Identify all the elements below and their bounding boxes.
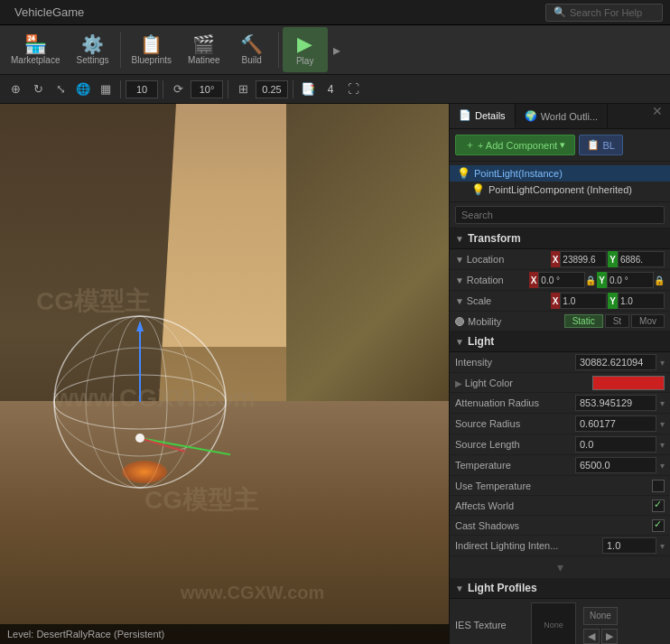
location-y-input[interactable] xyxy=(618,251,665,267)
light-profiles-section-header[interactable]: ▼ Light Profiles xyxy=(450,578,670,599)
color-expand-icon[interactable]: ▶ xyxy=(455,378,465,388)
settings-button[interactable]: ⚙️ Settings xyxy=(69,27,116,72)
light-section-header[interactable]: ▼ Light xyxy=(450,331,670,352)
viewport[interactable]: CG模型主 www.CGXW.com CG模型主 www.CGXW.com xyxy=(0,104,449,644)
temperature-input[interactable] xyxy=(575,457,656,473)
rotation-y-input[interactable] xyxy=(607,272,654,288)
scale-input[interactable] xyxy=(256,80,288,98)
world-outliner-tab[interactable]: 🌍 World Outli... xyxy=(516,104,608,128)
light-arrow: ▼ xyxy=(455,337,464,347)
location-values: X Y xyxy=(551,251,665,267)
rotation-dropdown[interactable]: ▼ xyxy=(455,275,467,285)
sy-label: Y xyxy=(608,293,618,309)
scale-label: ▼ Scale xyxy=(455,295,551,306)
indirect-input[interactable] xyxy=(602,537,656,554)
search-for-help-box[interactable]: 🔍 Search For Help xyxy=(545,4,663,22)
grid-size-input[interactable] xyxy=(126,80,158,98)
stationary-option[interactable]: St xyxy=(605,314,629,328)
angle-icon[interactable]: ⟳ xyxy=(168,79,188,99)
intensity-expand[interactable]: ▾ xyxy=(660,358,665,368)
cast-shadows-checkbox[interactable] xyxy=(652,519,665,532)
details-search xyxy=(450,202,670,229)
scale-x-input[interactable] xyxy=(560,293,607,309)
more-button[interactable]: ▸ xyxy=(330,42,344,59)
build-label: Build xyxy=(242,55,262,65)
details-tab[interactable]: 📄 Details xyxy=(450,104,516,128)
point-light-component-item[interactable]: 💡 PointLight(Instance) xyxy=(450,165,670,182)
source-length-expand[interactable]: ▾ xyxy=(660,440,665,450)
source-length-input[interactable] xyxy=(575,436,656,453)
component-tree: 💡 PointLight(Instance) 💡 PointLightCompo… xyxy=(450,162,670,202)
panel-close-button[interactable]: ✕ xyxy=(645,104,670,128)
scale-values: X Y xyxy=(551,293,665,309)
layers-icon[interactable]: 📑 xyxy=(298,79,318,99)
movable-option[interactable]: Mov xyxy=(631,314,665,328)
location-x-input[interactable] xyxy=(560,251,607,267)
search-input[interactable] xyxy=(455,206,665,224)
matinee-button[interactable]: 🎬 Matinee xyxy=(181,27,228,72)
attenuation-input[interactable] xyxy=(575,395,656,411)
attenuation-expand[interactable]: ▾ xyxy=(660,398,665,408)
light-color-text: Light Color xyxy=(465,378,513,388)
rotation-text: Rotation xyxy=(467,275,504,285)
expand-icon[interactable]: ⛶ xyxy=(343,79,363,99)
source-radius-label: Source Radius xyxy=(455,418,575,429)
indirect-expand[interactable]: ▾ xyxy=(660,541,665,551)
source-radius-input[interactable] xyxy=(575,415,656,432)
transform-section-header[interactable]: ▼ Transform xyxy=(450,229,670,249)
temperature-label: Temperature xyxy=(455,460,575,471)
rot-y-lock[interactable]: 🔒 xyxy=(654,275,665,285)
scale-grid-icon[interactable]: ⊞ xyxy=(233,79,253,99)
svg-marker-6 xyxy=(136,321,144,331)
ies-texture-row: IES Texture None None ◀ ▶ xyxy=(450,599,670,644)
ies-none-button[interactable]: None xyxy=(583,607,618,625)
rotation-y-field: Y 🔒 xyxy=(597,272,665,288)
rotate-icon[interactable]: ↻ xyxy=(28,79,48,99)
temperature-expand[interactable]: ▾ xyxy=(660,461,665,471)
blueprint-button[interactable]: 📋 BL xyxy=(579,135,622,155)
ies-nav: ◀ ▶ xyxy=(583,629,618,644)
level-name-label: Level: DesertRallyRace (Persistent) xyxy=(7,629,164,639)
marketplace-label: Marketplace xyxy=(11,55,60,65)
scale-icon[interactable]: ⤡ xyxy=(51,79,70,99)
affects-world-label: Affects World xyxy=(455,500,652,511)
marketplace-button[interactable]: 🏪 Marketplace xyxy=(4,27,67,72)
blueprints-button[interactable]: 📋 Blueprints xyxy=(125,27,179,72)
ies-prev-button[interactable]: ◀ xyxy=(583,629,600,644)
transform-title: Transform xyxy=(468,232,521,245)
static-option[interactable]: Static xyxy=(564,314,603,328)
play-button[interactable]: ▶ Play xyxy=(283,27,328,72)
rotation-x-input[interactable] xyxy=(538,272,585,288)
intensity-row: Intensity ▾ xyxy=(450,352,670,373)
light-glow xyxy=(122,461,167,483)
light-title: Light xyxy=(468,335,494,348)
rot-x-lock[interactable]: 🔒 xyxy=(585,275,596,285)
indirect-value: ▾ xyxy=(602,537,665,554)
location-dropdown[interactable]: ▼ xyxy=(455,255,467,265)
scale-y-field: Y xyxy=(608,293,665,309)
plus-icon: ＋ xyxy=(465,138,475,152)
scroll-down-indicator[interactable]: ▾ xyxy=(450,556,670,578)
grid-icon[interactable]: ▦ xyxy=(96,79,116,99)
details-content: ▼ Transform ▼ Location X Y xyxy=(450,229,670,644)
add-component-button[interactable]: ＋ + Add Component ▾ xyxy=(455,135,575,155)
intensity-input[interactable] xyxy=(575,354,656,370)
affects-world-checkbox[interactable] xyxy=(652,499,665,512)
world-local-icon[interactable]: 🌐 xyxy=(73,79,93,99)
translate-icon[interactable]: ⊕ xyxy=(5,79,25,99)
scale-y-input[interactable] xyxy=(618,293,665,309)
component-instance-label: PointLight(Instance) xyxy=(474,168,563,179)
build-button[interactable]: 🔨 Build xyxy=(229,27,275,72)
cast-shadows-label: Cast Shadows xyxy=(455,520,652,531)
angle-input[interactable] xyxy=(191,80,223,98)
viewport-status-bar: Level: DesertRallyRace (Persistent) xyxy=(0,624,449,644)
use-temperature-checkbox[interactable] xyxy=(652,480,665,492)
indirect-label: Indirect Lighting Inten... xyxy=(455,540,602,551)
scale-dropdown[interactable]: ▼ xyxy=(455,296,467,306)
blueprints-icon: 📋 xyxy=(140,35,163,53)
light-color-swatch[interactable] xyxy=(592,376,665,390)
source-radius-expand[interactable]: ▾ xyxy=(660,419,665,429)
ies-next-button[interactable]: ▶ xyxy=(601,629,618,644)
point-light-inherited-item[interactable]: 💡 PointLightComponent (Inherited) xyxy=(464,182,670,198)
cast-shadows-value xyxy=(652,519,665,532)
